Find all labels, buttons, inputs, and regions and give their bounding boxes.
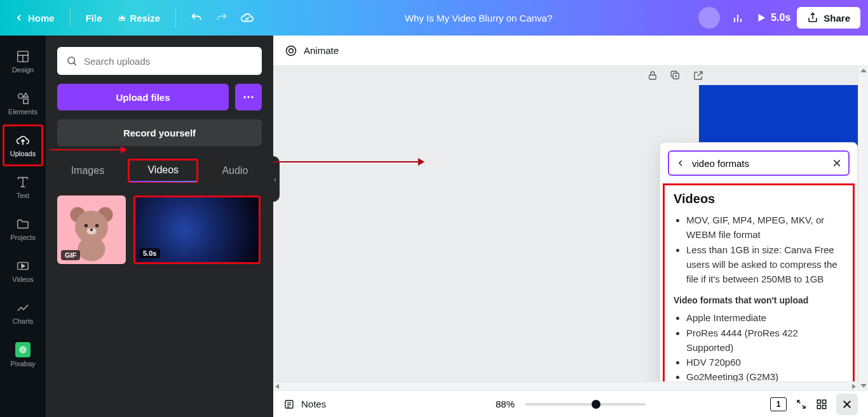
svg-point-20 xyxy=(244,96,246,98)
svg-point-8 xyxy=(18,94,23,98)
nav-pixabay[interactable]: Pixabay xyxy=(3,334,43,376)
svg-point-31 xyxy=(287,46,296,55)
svg-line-19 xyxy=(74,63,76,65)
cloud-upload-icon xyxy=(16,133,30,147)
home-label: Home xyxy=(28,13,55,23)
record-yourself-button[interactable]: Record yourself xyxy=(57,119,262,146)
bottom-bar: Notes 88% 1 xyxy=(273,390,868,417)
stage[interactable]: ART & DESIGN GALLERY www.websitebuilderi… xyxy=(273,66,868,390)
zoom-slider[interactable] xyxy=(525,403,646,406)
notes-icon xyxy=(283,399,295,410)
canvas-area: Animate ART & DESIGN GALLERY www.website… xyxy=(273,36,868,417)
svg-point-28 xyxy=(95,224,98,227)
vertical-scrollbar[interactable] xyxy=(858,66,868,390)
undo-icon xyxy=(190,11,203,24)
back-icon[interactable] xyxy=(675,158,686,168)
undo-button[interactable] xyxy=(185,6,208,29)
search-uploads[interactable] xyxy=(57,47,262,75)
document-title[interactable]: Why Is My Video Blurry on Canva? xyxy=(259,13,698,23)
preview-button[interactable]: 5.0s xyxy=(756,12,790,23)
list-item: ProRes 4444 (ProRes 422 Supported) xyxy=(686,326,844,355)
resize-menu[interactable]: Resize xyxy=(111,9,167,27)
animate-button[interactable]: Animate xyxy=(285,44,339,57)
svg-rect-47 xyxy=(817,400,820,403)
tab-videos[interactable]: Videos xyxy=(128,159,198,183)
insights-button[interactable] xyxy=(726,6,749,29)
tab-audio[interactable]: Audio xyxy=(218,159,252,183)
avatar[interactable] xyxy=(698,7,720,29)
share-icon xyxy=(807,12,818,23)
svg-point-27 xyxy=(85,224,88,227)
duplicate-page-icon[interactable] xyxy=(670,70,681,81)
help-list-a: MOV, GIF, MP4, MPEG, MKV, or WEBM file f… xyxy=(674,213,844,286)
close-icon[interactable] xyxy=(832,158,842,168)
svg-rect-50 xyxy=(823,405,826,408)
nav-elements[interactable]: Elements xyxy=(3,83,43,124)
list-item: Less than 1GB in size: Canva Free users … xyxy=(686,242,844,287)
nav-uploads[interactable]: Uploads xyxy=(3,124,43,166)
top-header: Home File Resize Why Is My Video Blurry … xyxy=(0,0,868,36)
layout-icon xyxy=(16,50,30,63)
search-input[interactable] xyxy=(84,56,253,67)
upload-files-button[interactable]: Upload files xyxy=(57,84,229,110)
svg-marker-3 xyxy=(759,14,766,22)
svg-point-30 xyxy=(90,228,93,231)
list-item: Apple Intermediate xyxy=(686,310,844,325)
tab-images[interactable]: Images xyxy=(67,159,108,183)
svg-point-21 xyxy=(247,96,249,98)
nav-videos[interactable]: Videos xyxy=(3,250,43,292)
context-toolbar: Animate xyxy=(273,36,868,66)
panel-collapse-grip[interactable]: ‹ xyxy=(271,156,280,202)
text-icon xyxy=(16,175,30,189)
search-icon xyxy=(66,55,78,67)
list-item: HDV 720p60 xyxy=(686,355,844,369)
zoom-value[interactable]: 88% xyxy=(496,399,515,409)
upload-menu-button[interactable] xyxy=(235,84,262,110)
help-heading: Videos xyxy=(674,192,844,206)
notes-button[interactable]: Notes xyxy=(283,399,326,410)
cloud-check-icon xyxy=(240,11,254,25)
help-search[interactable] xyxy=(668,150,850,176)
nav-charts[interactable]: Charts xyxy=(3,292,43,334)
animate-icon xyxy=(285,44,297,57)
help-close-button[interactable] xyxy=(836,394,858,415)
upload-thumb-video[interactable]: 5.0s xyxy=(133,195,261,264)
nav-text[interactable]: Text xyxy=(3,166,43,208)
question-icon xyxy=(841,399,853,410)
fullscreen-icon[interactable] xyxy=(796,399,807,410)
pixabay-icon xyxy=(15,342,31,357)
video-icon xyxy=(16,259,30,273)
cloud-sync-button[interactable] xyxy=(236,6,259,29)
svg-point-32 xyxy=(289,48,294,53)
grid-view-icon[interactable] xyxy=(816,399,827,410)
svg-rect-9 xyxy=(24,99,28,103)
svg-point-22 xyxy=(251,96,253,98)
home-button[interactable]: Home xyxy=(8,9,61,27)
uploads-panel: Upload files Record yourself Images Vide… xyxy=(46,36,273,417)
upload-thumb-gif[interactable]: GIF xyxy=(57,195,126,264)
svg-rect-33 xyxy=(649,75,656,79)
list-item: MOV, GIF, MP4, MPEG, MKV, or WEBM file f… xyxy=(686,213,844,242)
chevron-left-icon xyxy=(14,13,24,23)
media-tabs: Images Videos Audio xyxy=(57,159,262,183)
help-search-input[interactable] xyxy=(692,158,825,169)
svg-point-18 xyxy=(68,57,75,64)
side-nav: Design Elements Uploads Text Projects Vi… xyxy=(0,36,46,417)
help-list-b: Apple Intermediate ProRes 4444 (ProRes 4… xyxy=(674,310,844,390)
duration-badge: 5.0s xyxy=(139,248,160,258)
horizontal-scrollbar[interactable] xyxy=(273,381,858,390)
page-number-button[interactable]: 1 xyxy=(770,397,787,411)
bar-chart-icon xyxy=(731,11,744,24)
nav-projects[interactable]: Projects xyxy=(3,208,43,250)
redo-button[interactable] xyxy=(210,6,233,29)
crown-icon xyxy=(118,13,126,22)
svg-rect-49 xyxy=(817,405,820,408)
svg-marker-15 xyxy=(22,264,25,268)
lock-icon[interactable] xyxy=(647,70,658,81)
folder-icon xyxy=(16,217,30,231)
file-menu[interactable]: File xyxy=(79,9,109,27)
nav-design[interactable]: Design xyxy=(3,41,43,83)
open-new-icon[interactable] xyxy=(693,70,704,81)
share-button[interactable]: Share xyxy=(797,7,860,29)
svg-point-26 xyxy=(78,237,105,261)
